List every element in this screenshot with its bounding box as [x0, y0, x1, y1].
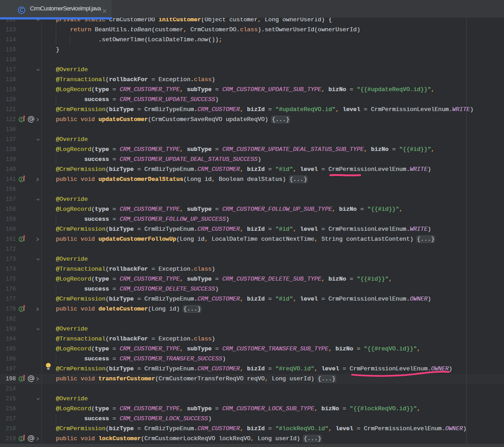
- svg-text:C: C: [20, 7, 24, 13]
